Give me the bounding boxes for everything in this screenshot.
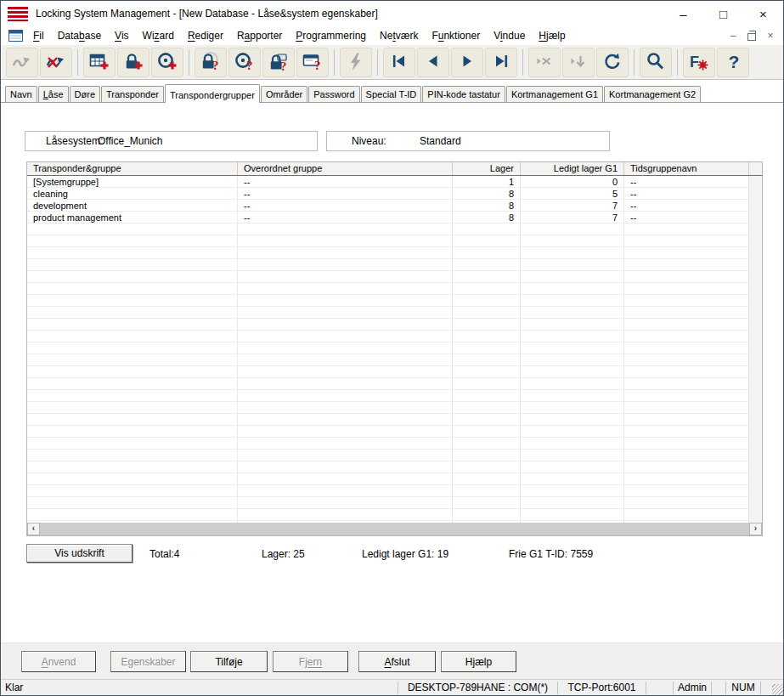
- horizontal-scrollbar[interactable]: ‹ ›: [27, 523, 762, 535]
- scroll-left-button[interactable]: ‹: [27, 523, 40, 535]
- cell-transponder-gruppe: product management: [27, 212, 238, 224]
- menu-rapporter[interactable]: Rapporter: [230, 28, 289, 43]
- read-card-button[interactable]: ?: [296, 48, 329, 77]
- table-row[interactable]: cleaning--85--: [27, 188, 762, 200]
- cell-overordnet-gruppe: --: [238, 188, 453, 200]
- resize-grip[interactable]: [772, 684, 783, 695]
- column-header-ledigt-lager-g1[interactable]: Ledigt lager G1: [521, 162, 624, 175]
- tab-kortmanagement-g1[interactable]: Kortmanagement G1: [506, 86, 603, 102]
- menu-wizard[interactable]: Wizard: [136, 28, 181, 43]
- menu-database[interactable]: Database: [51, 28, 108, 43]
- menu-vis[interactable]: Vis: [108, 28, 135, 43]
- read-transponder-button[interactable]: ?: [228, 48, 261, 77]
- table-row[interactable]: product management--87--: [27, 212, 762, 224]
- svg-text:?: ?: [729, 52, 740, 71]
- menu-hjaelp[interactable]: Hjælp: [532, 28, 572, 43]
- menu-netvaerk[interactable]: Netværk: [373, 28, 425, 43]
- toolbar: ????F?: [1, 45, 783, 80]
- locking-system-field: Låsesystem: Office_Munich: [25, 131, 318, 151]
- scroll-right-button[interactable]: ›: [749, 523, 762, 535]
- window-controls: –□×: [663, 1, 783, 26]
- new-locking-system-button[interactable]: [83, 48, 116, 77]
- last-icon: [490, 51, 512, 73]
- menu-fil[interactable]: Fil: [26, 28, 51, 43]
- summary-free-tid: Frie G1 T-ID: 7559: [509, 548, 593, 560]
- menu-vindue[interactable]: Vindue: [487, 28, 532, 43]
- cell-lager: 1: [453, 176, 521, 188]
- minimize-button[interactable]: –: [663, 1, 703, 26]
- new-transponder-button[interactable]: [151, 48, 183, 77]
- prev-icon: [422, 51, 444, 73]
- status-tcp-port: TCP-Port:6001: [557, 682, 646, 694]
- search-button[interactable]: [640, 48, 672, 77]
- footer-button-row: AnvendEgenskaberTilføjeFjernAfslutHjælp: [1, 642, 783, 679]
- close-button[interactable]: ×: [743, 1, 783, 26]
- column-header-tidsgruppenavn[interactable]: Tidsgruppenavn: [624, 162, 749, 175]
- lock-question-icon: ?: [200, 51, 222, 73]
- table-row[interactable]: development--87--: [27, 200, 762, 212]
- table-header: Transponder&gruppeOverordnet gruppeLager…: [27, 162, 762, 176]
- cell-overordnet-gruppe: --: [238, 176, 453, 188]
- previous-record-button[interactable]: [417, 48, 449, 77]
- menu-rediger[interactable]: Rediger: [181, 28, 230, 43]
- zigzag-icon: [11, 51, 33, 73]
- tab-transponder[interactable]: Transponder: [101, 86, 164, 102]
- toolbar-separator: [634, 49, 635, 76]
- cell-lager: 8: [453, 212, 521, 224]
- cell-lager: 8: [453, 188, 521, 200]
- column-header-transponder-gruppe[interactable]: Transponder&gruppe: [27, 162, 238, 175]
- scrollbar-track[interactable]: [40, 523, 749, 535]
- next-record-button[interactable]: [451, 48, 483, 77]
- menu-programmering[interactable]: Programmering: [289, 28, 373, 43]
- read-mifare-lock-button[interactable]: ?: [262, 48, 295, 77]
- tab-laase[interactable]: Låse: [38, 86, 69, 102]
- cell-tidsgruppenavn: --: [624, 200, 749, 212]
- tab-navn[interactable]: Navn: [5, 86, 37, 102]
- afslut-button[interactable]: Afslut: [358, 651, 436, 672]
- hjaelp-knap-button[interactable]: Hjælp: [441, 651, 516, 672]
- mdi-minimize-button[interactable]: –: [727, 31, 739, 41]
- tilfoeje-button[interactable]: Tilføje: [190, 651, 268, 672]
- summary-free-g1: Ledigt lager G1: 19: [362, 548, 448, 560]
- mdi-close-button[interactable]: ×: [764, 31, 776, 41]
- menu-items: FilDatabaseVisWizardRedigerRapporterProg…: [26, 28, 572, 43]
- tab-password[interactable]: Password: [308, 86, 359, 102]
- column-header-overordnet-gruppe[interactable]: Overordnet gruppe: [238, 162, 453, 175]
- refresh-button[interactable]: [596, 48, 629, 77]
- column-header-lager[interactable]: Lager: [453, 162, 521, 175]
- question-icon: ?: [722, 51, 744, 73]
- column-gridline: [623, 176, 624, 523]
- table-row[interactable]: [Systemgruppe]--10--: [27, 176, 762, 188]
- show-print-button[interactable]: Vis udskrift: [26, 544, 133, 563]
- read-lock-button[interactable]: ?: [195, 48, 227, 77]
- tab-omraader[interactable]: Områder: [261, 86, 307, 102]
- app-window: Locking System Management - [New Databas…: [0, 0, 784, 696]
- column-header-filler: [749, 162, 762, 175]
- log-off-button[interactable]: [40, 48, 72, 77]
- last-record-button[interactable]: [485, 48, 517, 77]
- tab-kortmanagement-g2[interactable]: Kortmanagement G2: [604, 86, 701, 102]
- tab-pin-kode-tastatur[interactable]: PIN-kode tastatur: [422, 86, 505, 102]
- mdi-controls: –×: [727, 31, 783, 41]
- status-bar: Klar DESKTOP-789HANE : COM(*)TCP-Port:60…: [1, 679, 783, 695]
- new-lock-button[interactable]: [117, 48, 149, 77]
- first-record-button[interactable]: [383, 48, 415, 77]
- menu-funktioner[interactable]: Funktioner: [425, 28, 487, 43]
- help-button[interactable]: ?: [717, 48, 749, 77]
- column-gridline: [520, 176, 521, 523]
- cell-ledigt-lager-g1: 7: [521, 200, 624, 212]
- maximize-button[interactable]: □: [703, 1, 743, 26]
- cell-tidsgruppenavn: --: [624, 176, 749, 188]
- cell-transponder-gruppe: development: [27, 200, 238, 212]
- mdi-restore-button[interactable]: [746, 31, 758, 41]
- tab-doere[interactable]: Døre: [70, 86, 100, 102]
- tab-page-transpondergrupper: Låsesystem: Office_Munich Niveau: Standa…: [1, 103, 783, 642]
- f-gear-icon: F: [688, 51, 710, 73]
- tab-special-t-id[interactable]: Special T-ID: [361, 86, 422, 102]
- transponder-question-icon: ?: [234, 51, 256, 73]
- svg-text:?: ?: [280, 59, 287, 73]
- filter-settings-button[interactable]: F: [683, 48, 715, 77]
- title-bar: Locking System Management - [New Databas…: [1, 1, 783, 26]
- svg-text:?: ?: [246, 59, 253, 72]
- tab-transpondergrupper[interactable]: Transpondergrupper: [165, 84, 260, 103]
